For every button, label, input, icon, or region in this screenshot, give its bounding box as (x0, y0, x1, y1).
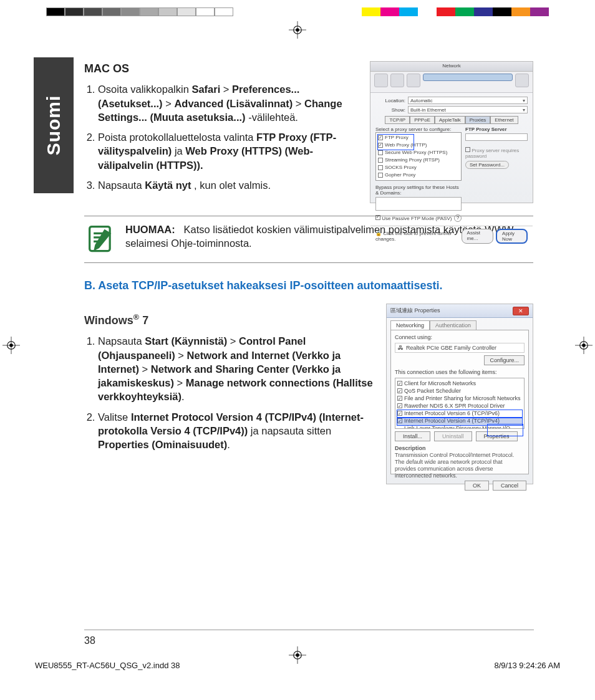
ok-button: OK (465, 481, 489, 491)
footer-rule (84, 630, 534, 630)
sound-icon (407, 74, 420, 87)
configure-button: Configure... (484, 355, 525, 365)
note-label: HUOMAA: (125, 224, 175, 235)
language-label: Suomi (43, 95, 64, 156)
mac-toolbar (370, 72, 533, 93)
print-slug: WEU8555_RT-AC56U_QSG_v2.indd 38 8/9/13 9… (35, 661, 560, 670)
slug-timestamp: 8/9/13 9:24:26 AM (494, 661, 560, 670)
cancel-button: Cancel (493, 481, 526, 491)
macos-step-3: Napsauta Käytä nyt , kun olet valmis. (98, 178, 359, 192)
mac-tabs: TCP/IP PPPoE AppleTalk Proxies Ethernet (375, 116, 528, 124)
registration-mark-icon (575, 337, 593, 354)
close-icon: ✕ (513, 307, 529, 315)
proxy-list: FTP Proxy Web Proxy (HTTP) Secure Web Pr… (375, 132, 462, 181)
items-list: Client for Microsoft Networks QoS Packet… (395, 378, 525, 429)
win-dialog-title: 區域連線 Properties (390, 307, 440, 315)
content-column: MAC OS Osoita valikkopalkin Safari > Pre… (84, 61, 533, 497)
section-b-heading: B. Aseta TCP/IP-asetukset hakeaksesi IP-… (84, 279, 533, 292)
windows-step-1: Napsauta Start (Käynnistä) > Control Pan… (98, 334, 375, 403)
lock-icon: 🔒 (375, 231, 382, 236)
fps-input (465, 133, 528, 141)
help-icon: ? (454, 214, 462, 222)
adapter-field: 🖧Realtek PCIe GBE Family Controller (395, 343, 525, 353)
note-icon (84, 223, 117, 255)
macos-heading: MAC OS (84, 61, 359, 76)
registration-mark-icon (289, 21, 306, 39)
show-select: Built-in Ethernet▾ (408, 106, 528, 113)
registration-mark-icon (2, 337, 20, 354)
uninstall-button: Uninstall (434, 431, 472, 441)
slug-filename: WEU8555_RT-AC56U_QSG_v2.indd 38 (35, 661, 180, 670)
macos-step-1: Osoita valikkopalkin Safari > Preference… (98, 82, 359, 124)
displays-icon (390, 74, 404, 87)
startupdisk-icon (515, 74, 529, 87)
bypass-textarea (375, 197, 462, 211)
properties-button: Properties (476, 431, 518, 441)
install-button: Install... (395, 431, 430, 441)
grayscale-colorbar (46, 7, 233, 16)
windows-step-2: Valitse Internet Protocol Version 4 (TCP… (98, 410, 375, 452)
apply-now-button: Apply Now (496, 229, 528, 244)
assist-button: Assist me... (462, 229, 493, 244)
windows-screenshot: 區域連線 Properties✕ Networking Authenticati… (386, 304, 533, 484)
language-tab: Suomi (34, 57, 74, 193)
windows-heading: Windows® 7 (84, 312, 375, 328)
macos-screenshot: Network Location:Automatic▾ Show:Built-i… (370, 61, 533, 203)
mac-window-title: Network (370, 62, 533, 72)
macos-step-2: Poista protokollaluettelosta valinta FTP… (98, 130, 359, 172)
nic-icon: 🖧 (398, 345, 404, 351)
color-colorbar (362, 7, 549, 16)
network-icon (423, 74, 513, 81)
tab-networking: Networking (390, 320, 430, 330)
location-select: Automatic▾ (408, 97, 528, 104)
set-password-button: Set Password... (465, 161, 509, 169)
tab-authentication: Authentication (430, 320, 476, 330)
showall-icon (374, 74, 388, 87)
page-number: 38 (84, 635, 95, 646)
